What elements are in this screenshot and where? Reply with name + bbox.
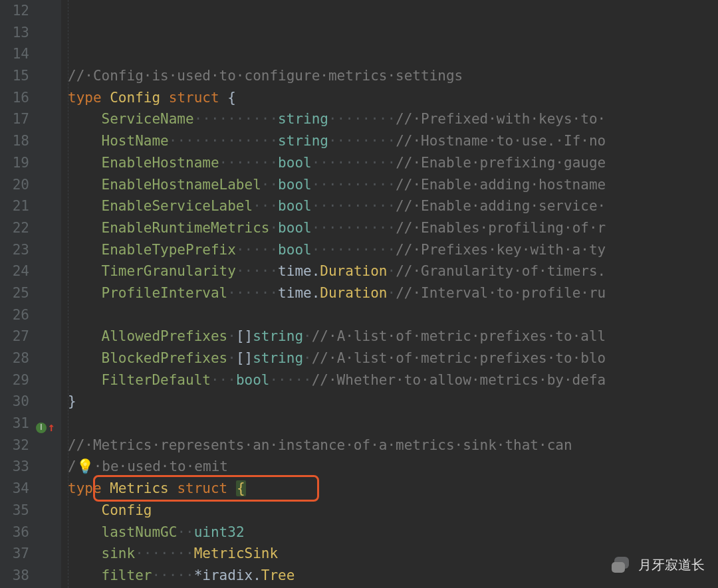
line-number: 36 [0,522,33,543]
code-line[interactable]: HostName·············string········//·Ho… [68,130,718,152]
line-number: 29 [0,369,33,391]
code-line[interactable] [68,304,718,326]
code-line[interactable]: lastNumGC··uint32 [68,522,718,543]
line-number: 35 [0,500,33,522]
line-number: 27 [0,326,33,347]
line-number: 30 [0,391,33,413]
indent-guide [68,0,68,588]
line-number: 13 [0,22,33,44]
code-line[interactable]: BlockedPrefixes·[]string·//·A·list·of·me… [68,347,718,369]
line-number: 38 [0,565,33,587]
line-number: 33 [0,456,33,478]
code-line[interactable]: /💡·be·used·to·emit [68,456,718,478]
gutter-marker[interactable]: I↑ [36,417,55,439]
watermark: 月牙寂道长 [612,554,705,576]
line-number: 21 [0,195,33,217]
code-line[interactable]: TimerGranularity·····time.Duration·//·Gr… [68,260,718,282]
line-number: 20 [0,174,33,196]
code-line[interactable]: type Config struct { [68,87,718,109]
line-number: 25 [0,282,33,304]
code-line[interactable]: EnableRuntimeMetrics·bool··········//·En… [68,217,718,239]
line-number: 37 [0,543,33,565]
code-line[interactable]: //·Config·is·used·to·configure·metrics·s… [68,65,718,87]
code-line[interactable]: } [68,391,718,413]
line-number: 32 [0,435,33,456]
code-line[interactable]: ServiceName··········string········//·Pr… [68,108,718,130]
code-line[interactable]: EnableHostnameLabel··bool··········//·En… [68,174,718,196]
up-arrow-icon: ↑ [48,417,55,439]
code-line[interactable]: FilterDefault···bool·····//·Whether·to·a… [68,369,718,391]
line-number: 14 [0,43,33,65]
code-line[interactable]: Config [68,500,718,522]
code-line[interactable]: EnableServiceLabel···bool··········//·En… [68,195,718,217]
code-line[interactable]: ProfileInterval······time.Duration·//·In… [68,282,718,304]
line-number: 18 [0,130,33,152]
line-number: 15 [0,65,33,87]
line-number: 23 [0,239,33,261]
line-number: 24 [0,260,33,282]
line-number-gutter: 1213141516171819202122232425262728293031… [0,0,33,588]
line-number: 22 [0,217,33,239]
line-number: 19 [0,152,33,174]
code-line[interactable] [68,413,718,435]
code-line[interactable]: EnableTypePrefix·····bool··········//·Pr… [68,239,718,261]
line-number: 17 [0,108,33,130]
code-line[interactable]: EnableHostname·······bool··········//·En… [68,152,718,174]
wechat-icon [612,555,632,575]
gutter-marker-column: I↑ [33,0,61,588]
code-line[interactable]: AllowedPrefixes·[]string·//·A·list·of·me… [68,326,718,347]
watermark-text: 月牙寂道长 [638,554,705,576]
line-number: 28 [0,347,33,369]
code-line[interactable]: //·Metrics·represents·an·instance·of·a·m… [68,435,718,456]
code-line[interactable]: type Metrics struct { [68,478,718,500]
line-number: 16 [0,87,33,109]
code-area[interactable]: //·Config·is·used·to·configure·metrics·s… [61,0,718,588]
line-number: 26 [0,304,33,326]
line-number: 12 [0,0,33,22]
inspection-icon: I [36,423,47,433]
line-number: 34 [0,478,33,500]
code-editor[interactable]: 1213141516171819202122232425262728293031… [0,0,718,588]
line-number: 31 [0,413,33,435]
